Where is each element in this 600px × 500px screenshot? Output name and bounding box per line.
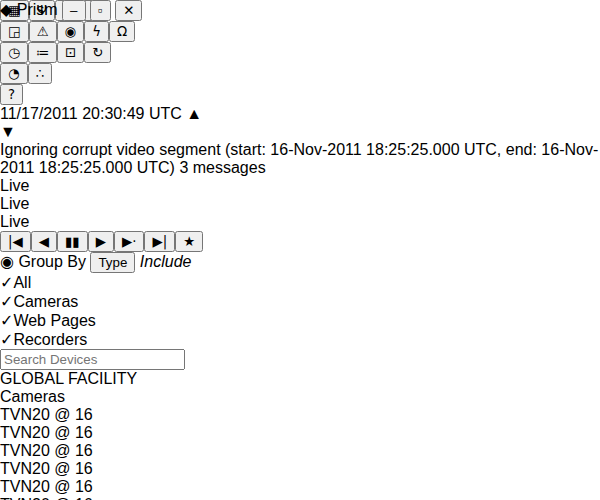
window-title: Prism xyxy=(17,1,58,18)
toolbar-schedule-button[interactable]: ◷ xyxy=(0,42,28,63)
facility-header: GLOBAL FACILITY xyxy=(0,370,600,388)
outer-transport-controls: |◀◀▮▮▶▶·▶|★ xyxy=(0,231,600,252)
filter-label: Cameras xyxy=(13,293,78,310)
play-reverse-button[interactable]: ◀ xyxy=(31,231,57,252)
tree-item-label: TVN20 @ 16 xyxy=(0,424,93,441)
live-badge: Live xyxy=(0,177,29,194)
filter-row[interactable]: ✓Cameras xyxy=(0,292,600,311)
play-button[interactable]: ▶ xyxy=(88,231,114,252)
toolbar-group-tools: ◲⚠◉ϟΩ xyxy=(0,21,600,42)
toolbar-network-button[interactable]: ∴ xyxy=(28,63,52,84)
filter-row[interactable]: ✓Web Pages xyxy=(0,311,600,330)
tree-item[interactable]: TVN20 @ 16 xyxy=(0,460,600,478)
device-search xyxy=(0,349,600,370)
toolbar-alarms-button[interactable]: ⚠ xyxy=(29,21,57,42)
panel-pin-icon[interactable]: ◉ xyxy=(0,253,14,270)
messages-link[interactable]: 3 messages xyxy=(179,159,265,176)
time-value: 20:30:49 xyxy=(82,105,144,122)
app-icon: ◆ xyxy=(0,1,12,18)
tree-item[interactable]: TVN20 @ 16 xyxy=(0,406,600,424)
cameras-section-header[interactable]: Cameras xyxy=(0,388,600,406)
status-message: Ignoring corrupt video segment (start: 1… xyxy=(0,141,598,176)
group-by-label: Group By xyxy=(18,253,86,270)
filter-label: Recorders xyxy=(13,331,87,348)
background-camera-tile[interactable]: Live xyxy=(0,177,600,195)
include-label: Include xyxy=(140,253,192,270)
toolbar-lock-button[interactable]: Ω xyxy=(109,21,135,42)
tree-item-label: TVN20 @ 16 xyxy=(0,478,93,495)
toolbar-group-help: ? xyxy=(0,84,600,105)
minimize-button[interactable]: – xyxy=(62,0,85,21)
checkbox-checked-icon[interactable]: ✓ xyxy=(0,293,13,310)
step-back-button[interactable]: |◀ xyxy=(0,231,31,252)
live-badge: Live xyxy=(0,213,29,230)
toolbar-help-button[interactable]: ? xyxy=(0,84,23,105)
background-camera-tile[interactable]: Live xyxy=(0,213,600,231)
tree-item[interactable]: TVN20 @ 16 xyxy=(0,442,600,460)
tree-item-label: TVN20 @ 16 xyxy=(0,442,93,459)
sidebar: ◉ Group By Type Include ✓All ✓Cameras ✓W… xyxy=(0,252,600,500)
date-value: 11/17/2011 xyxy=(0,105,78,122)
tree-item[interactable]: TVN20 @ 16 xyxy=(0,496,600,500)
toolbar: ▦Ψ≡⊞ ◲⚠◉ϟΩ ◷≔⊡↻ ◔∴ ? 11/17/2011 20:30:49… xyxy=(0,0,600,141)
search-input[interactable] xyxy=(0,349,185,370)
timezone-value: UTC xyxy=(149,105,182,122)
device-tree: TVN20 @ 16 TVN20 @ 16 TVN20 @ 16 TVN20 @… xyxy=(0,406,600,500)
filter-list: ✓All ✓Cameras ✓Web Pages ✓Recorders xyxy=(0,273,600,349)
toolbar-search-video-button[interactable]: ◲ xyxy=(0,21,29,42)
live-badge: Live xyxy=(0,195,29,212)
close-button[interactable]: ✕ xyxy=(115,0,142,21)
filter-label: All xyxy=(13,274,31,291)
checkbox-checked-icon[interactable]: ✓ xyxy=(0,331,13,348)
filter-row[interactable]: ✓Recorders xyxy=(0,330,600,349)
filter-label: Web Pages xyxy=(13,312,95,329)
screen: ◆ Prism – ▫ ✕ ▦Ψ≡⊞ ◲⚠◉ϟΩ ◷≔⊡↻ ◔∴ ? 11/17… xyxy=(0,0,600,500)
jump-forward-button[interactable]: ▶· xyxy=(114,231,145,252)
background-camera-tile[interactable]: Live xyxy=(0,195,600,213)
toolbar-flash-button[interactable]: ϟ xyxy=(84,21,109,42)
toolbar-alarm-clock-button[interactable]: ◔ xyxy=(0,63,28,84)
filter-row[interactable]: ✓All xyxy=(0,273,600,292)
toolbar-event-settings-button[interactable]: ≔ xyxy=(28,42,57,63)
tree-item-label: TVN20 @ 16 xyxy=(0,496,93,500)
toolbar-group-system: ◔∴ xyxy=(0,63,600,84)
group-by-dropdown[interactable]: Type xyxy=(90,252,135,273)
datetime-display[interactable]: 11/17/2011 20:30:49 UTC ▲▼ xyxy=(0,105,600,141)
toolbar-reel-button[interactable]: ◉ xyxy=(57,21,85,42)
step-forward-button[interactable]: ▶| xyxy=(144,231,175,252)
pause-button[interactable]: ▮▮ xyxy=(57,231,88,252)
tree-item[interactable]: TVN20 @ 16 xyxy=(0,478,600,496)
tree-item-label: TVN20 @ 16 xyxy=(0,406,93,423)
tree-item[interactable]: TVN20 @ 16 xyxy=(0,424,600,442)
maximize-button[interactable]: ▫ xyxy=(90,0,111,21)
tree-item-label: TVN20 @ 16 xyxy=(0,460,93,477)
outer-playback-bar: |◀◀▮▮▶▶·▶|★ xyxy=(0,231,600,252)
checkbox-checked-icon[interactable]: ✓ xyxy=(0,274,13,291)
toolbar-group-settings: ◷≔⊡↻ xyxy=(0,42,600,63)
toolbar-device-settings-button[interactable]: ⊡ xyxy=(57,42,84,63)
checkbox-checked-icon[interactable]: ✓ xyxy=(0,312,13,329)
status-bar: Ignoring corrupt video segment (start: 1… xyxy=(0,141,600,177)
toolbar-refresh-button[interactable]: ↻ xyxy=(84,42,111,63)
bookmark-button[interactable]: ★ xyxy=(175,231,203,252)
window-titlebar: ◆ Prism – ▫ ✕ xyxy=(0,0,600,14)
